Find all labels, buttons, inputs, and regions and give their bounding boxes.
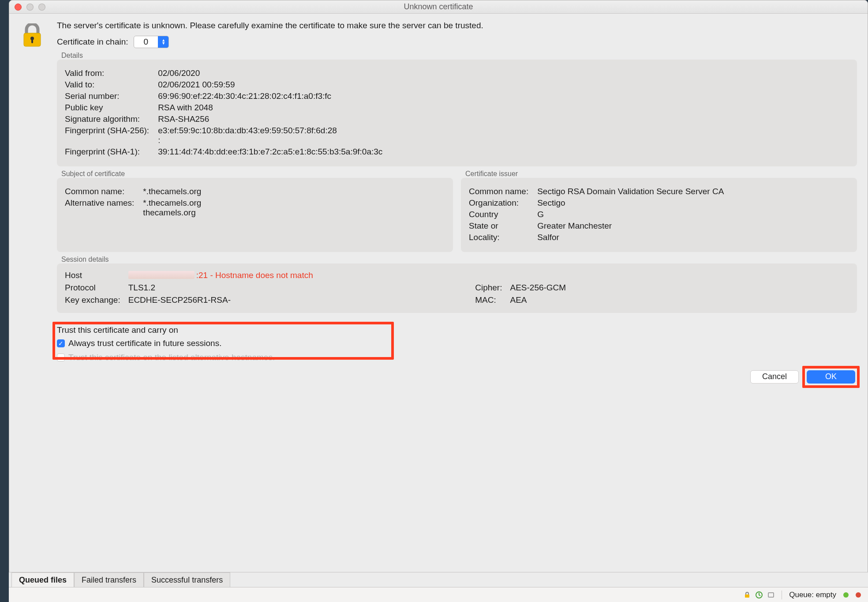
always-trust-label: Always trust certificate in future sessi… xyxy=(68,339,221,348)
lock-small-icon xyxy=(744,591,751,598)
always-trust-row[interactable]: ✓ Always trust certificate in future ses… xyxy=(57,339,857,348)
settings-small-icon[interactable] xyxy=(767,591,774,598)
subject-legend: Subject of certificate xyxy=(61,170,125,178)
tab-successful-transfers[interactable]: Successful transfers xyxy=(144,572,230,587)
tab-failed-transfers[interactable]: Failed transfers xyxy=(74,572,144,587)
tab-queued-files[interactable]: Queued files xyxy=(11,572,74,587)
ok-button[interactable]: OK xyxy=(807,370,855,384)
details-group: Details Valid from:02/06/2020Valid to:02… xyxy=(57,60,857,166)
field-label: Valid to: xyxy=(65,80,158,90)
trust-heading: Trust this certificate and carry on xyxy=(57,325,857,335)
field-label: Cipher: xyxy=(475,283,502,293)
session-legend: Session details xyxy=(61,256,109,263)
session-host-label: Host xyxy=(65,271,120,280)
checkbox-unchecked-icon xyxy=(57,354,65,361)
table-row: Alternative names:*.thecamels.org thecam… xyxy=(65,198,201,218)
field-value: AES-256-GCM xyxy=(510,283,849,293)
svg-rect-5 xyxy=(768,593,774,597)
table-row: CountryG xyxy=(469,210,724,219)
field-value: *.thecamels.org thecamels.org xyxy=(143,198,201,218)
field-label: Valid from: xyxy=(65,68,158,78)
chain-select-value: 0 xyxy=(134,36,158,48)
field-label: State or xyxy=(469,221,537,231)
table-row: Valid to:02/06/2021 00:59:59 xyxy=(65,80,382,90)
field-label: Fingerprint (SHA-256): xyxy=(65,126,158,145)
queue-value: empty xyxy=(816,591,836,599)
window-title: Unknown certificate xyxy=(9,2,868,11)
status-bar: Queue: empty xyxy=(9,587,868,602)
svg-rect-2 xyxy=(31,39,33,43)
field-value: Greater Manchester xyxy=(537,221,724,231)
chain-label: Certificate in chain: xyxy=(57,37,128,47)
intro-text: The server's certificate is unknown. Ple… xyxy=(57,20,857,31)
chain-select[interactable]: 0 ▲▼ xyxy=(134,36,169,48)
field-value: e3:ef:59:9c:10:8b:da:db:43:e9:59:50:57:8… xyxy=(158,126,382,145)
field-value: G xyxy=(537,210,724,219)
close-icon[interactable] xyxy=(15,4,22,11)
field-label: Locality: xyxy=(469,233,537,242)
field-label: Alternative names: xyxy=(65,198,143,218)
queue-status: Queue: empty xyxy=(789,591,836,599)
table-row: Public keyRSA with 2048 xyxy=(65,103,382,113)
field-value: 02/06/2020 xyxy=(158,68,382,78)
table-row: Fingerprint (SHA-256):e3:ef:59:9c:10:8b:… xyxy=(65,126,382,145)
issuer-legend: Certificate issuer xyxy=(465,170,518,178)
field-label: Key exchange: xyxy=(65,295,120,305)
status-dot-red-icon xyxy=(856,592,861,598)
status-icons xyxy=(744,591,774,599)
redacted-host-icon xyxy=(128,271,195,279)
field-label: Common name: xyxy=(469,187,537,196)
table-row: State orGreater Manchester xyxy=(469,221,724,231)
svg-rect-3 xyxy=(745,594,749,598)
field-value: RSA with 2048 xyxy=(158,103,382,113)
table-row: Signature algorithm:RSA-SHA256 xyxy=(65,114,382,124)
issuer-group: Certificate issuer Common name:Sectigo R… xyxy=(461,178,857,252)
table-row: Locality:Salfor xyxy=(469,233,724,242)
titlebar: Unknown certificate xyxy=(9,0,868,14)
field-value: *.thecamels.org xyxy=(143,187,201,196)
lock-icon xyxy=(20,20,45,384)
dialog-window: Unknown certificate The server's certifi… xyxy=(9,0,868,602)
field-value: Salfor xyxy=(537,233,724,242)
field-label: Country xyxy=(469,210,537,219)
field-label: Serial number: xyxy=(65,91,158,101)
chevron-updown-icon: ▲▼ xyxy=(158,36,168,48)
field-label: Protocol xyxy=(65,283,120,293)
field-value: AEA xyxy=(510,295,849,305)
alt-trust-label: Trust this certificate on the listed alt… xyxy=(68,353,275,362)
field-value: 69:96:90:ef:22:4b:30:4c:21:28:02:c4:f1:a… xyxy=(158,91,382,101)
table-row: Common name:Sectigo RSA Domain Validatio… xyxy=(469,187,724,196)
table-row: Organization:Sectigo xyxy=(469,198,724,208)
queue-label: Queue: xyxy=(789,591,814,599)
field-label: Fingerprint (SHA-1): xyxy=(65,147,158,157)
table-row: Common name:*.thecamels.org xyxy=(65,187,201,196)
table-row: Valid from:02/06/2020 xyxy=(65,68,382,78)
session-group: Session details Host :21 - Hostname does… xyxy=(57,263,857,313)
table-row: Serial number:69:96:90:ef:22:4b:30:4c:21… xyxy=(65,91,382,101)
field-value: Sectigo xyxy=(537,198,724,208)
window-controls xyxy=(15,4,45,11)
transfer-tabs: Queued files Failed transfers Successful… xyxy=(9,572,868,587)
zoom-icon[interactable] xyxy=(38,4,45,11)
button-row: Cancel OK xyxy=(57,370,857,384)
minimize-icon[interactable] xyxy=(26,4,34,11)
chain-row: Certificate in chain: 0 ▲▼ xyxy=(57,36,857,48)
field-label: Signature algorithm: xyxy=(65,114,158,124)
session-host-warning: :21 - Hostname does not match xyxy=(196,271,313,280)
field-value: ECDHE-SECP256R1-RSA- xyxy=(128,295,468,305)
checkbox-checked-icon: ✓ xyxy=(57,339,65,347)
alt-trust-row: Trust this certificate on the listed alt… xyxy=(57,353,857,362)
field-label: Organization: xyxy=(469,198,537,208)
field-value: RSA-SHA256 xyxy=(158,114,382,124)
field-value: 39:11:4d:74:4b:dd:ee:f3:1b:e7:2c:a5:e1:8… xyxy=(158,147,382,157)
field-label: MAC: xyxy=(475,295,502,305)
field-value: 02/06/2021 00:59:59 xyxy=(158,80,382,90)
sync-icon[interactable] xyxy=(755,591,763,599)
cancel-button[interactable]: Cancel xyxy=(750,370,799,384)
status-dot-green-icon xyxy=(843,592,849,598)
details-legend: Details xyxy=(61,52,83,60)
session-host-value: :21 - Hostname does not match xyxy=(128,271,849,280)
subject-group: Subject of certificate Common name:*.the… xyxy=(57,178,453,252)
field-value: TLS1.2 xyxy=(128,283,468,293)
field-value: Sectigo RSA Domain Validation Secure Ser… xyxy=(537,187,724,196)
